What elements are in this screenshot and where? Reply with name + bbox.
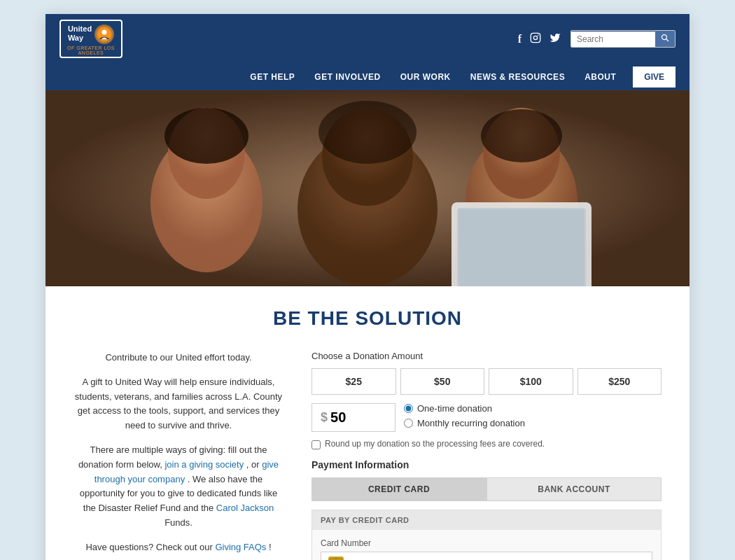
p2-end: Funds. [164, 517, 192, 528]
round-up-label: Round up my donation so the processing f… [325, 439, 545, 449]
card-number-input-row: ●●●● ●●●● ●●●● ●●●● [321, 552, 652, 560]
bank-account-tab[interactable]: BANK ACCOUNT [486, 477, 662, 501]
card-chip-icon [328, 556, 344, 560]
search-button[interactable] [655, 31, 675, 47]
svg-line-6 [666, 39, 669, 42]
credit-card-tab[interactable]: CREDIT CARD [312, 477, 486, 501]
amount-input-box: $ [312, 403, 396, 432]
logo-area: United Way of Greater Los An [59, 20, 122, 58]
page-title: BE THE SOLUTION [74, 307, 662, 330]
one-time-radio-label[interactable]: One-time donation [404, 403, 525, 414]
nav-our-work[interactable]: OUR WORK [391, 64, 461, 90]
svg-point-14 [318, 101, 416, 164]
monthly-radio-label[interactable]: Monthly recurring donation [404, 418, 525, 428]
intro-text: Contribute to our United effort today. [74, 351, 284, 365]
svg-rect-20 [458, 209, 584, 286]
amount-50-button[interactable]: $50 [400, 368, 485, 395]
card-number-label: Card Number [321, 538, 652, 548]
faq-prefix: Have questions? Check out our [85, 542, 212, 552]
amount-buttons: $25 $50 $100 $250 [312, 368, 662, 395]
cc-header: PAY BY CREDIT CARD [312, 510, 661, 530]
carol-jackson-link[interactable]: Carol Jackson [216, 503, 274, 513]
header-right: f [518, 30, 676, 48]
logo-text-united: United [68, 24, 92, 33]
content: BE THE SOLUTION Contribute to our United… [46, 286, 690, 560]
nav-links: GET HELP GET INVOLVED OUR WORK NEWS & RE… [240, 64, 676, 90]
give-button[interactable]: GIVE [633, 66, 676, 88]
credit-card-section: PAY BY CREDIT CARD Card Number [312, 510, 662, 560]
svg-point-5 [662, 35, 667, 40]
social-icons: f [518, 32, 561, 46]
logo-subtitle: of Greater Los Angeles [64, 46, 118, 55]
twitter-icon[interactable] [550, 32, 561, 46]
p2-mid: , or [246, 459, 260, 470]
amount-250-button[interactable]: $250 [578, 368, 662, 395]
nav-about[interactable]: ABOUT [575, 64, 626, 90]
monthly-label: Monthly recurring donation [417, 418, 525, 428]
body-paragraph-2: There are multiple ways of giving: fill … [74, 443, 284, 531]
faq-text: Have questions? Check out our Giving FAQ… [74, 540, 284, 555]
round-up-checkbox[interactable] [312, 440, 321, 449]
hero-image [46, 90, 690, 286]
search-box [570, 30, 676, 48]
one-time-label: One-time donation [417, 403, 492, 414]
two-column-layout: Contribute to our United effort today. A… [74, 351, 662, 560]
svg-point-1 [102, 29, 107, 34]
cc-body: Card Number ●●●● ●●●● ●●●● ●●●● [312, 530, 661, 560]
join-giving-society-link[interactable]: join a giving society [164, 459, 244, 470]
search-input[interactable] [571, 31, 655, 47]
logo-icon [94, 24, 114, 44]
nav-news-resources[interactable]: NEWS & RESOURCES [461, 64, 575, 90]
payment-tabs: CREDIT CARD BANK ACCOUNT [312, 477, 662, 501]
amount-100-button[interactable]: $100 [489, 368, 573, 395]
page-wrapper: United Way of Greater Los An [46, 14, 690, 560]
logo-text-way: Way [68, 34, 92, 42]
amount-input[interactable] [330, 410, 379, 426]
one-time-radio[interactable] [404, 404, 413, 413]
instagram-icon[interactable] [530, 32, 541, 46]
svg-point-3 [533, 36, 537, 39]
right-column: Choose a Donation Amount $25 $50 $100 $2… [312, 351, 662, 560]
left-column: Contribute to our United effort today. A… [74, 351, 284, 560]
amount-input-row: $ One-time donation Monthly recurring do… [312, 403, 662, 432]
amount-25-button[interactable]: $25 [312, 368, 396, 395]
header-top: United Way of Greater Los An [46, 14, 690, 64]
facebook-icon[interactable]: f [518, 33, 522, 46]
svg-point-11 [164, 108, 248, 164]
svg-point-17 [481, 109, 562, 162]
faq-suffix: ! [269, 542, 272, 552]
radio-group: One-time donation Monthly recurring dona… [404, 403, 525, 428]
round-up-row: Round up my donation so the processing f… [312, 439, 662, 449]
payment-section-label: Payment Information [312, 459, 662, 470]
svg-point-4 [538, 34, 539, 36]
nav-bar: GET HELP GET INVOLVED OUR WORK NEWS & RE… [46, 64, 690, 90]
monthly-radio[interactable] [404, 419, 413, 428]
donation-label: Choose a Donation Amount [312, 351, 662, 361]
nav-get-involved[interactable]: GET INVOLVED [304, 64, 390, 90]
svg-rect-2 [531, 33, 540, 42]
logo[interactable]: United Way of Greater Los An [59, 20, 122, 58]
header: United Way of Greater Los An [46, 14, 690, 90]
body-paragraph-1: A gift to United Way will help ensure in… [74, 375, 284, 433]
giving-faqs-link[interactable]: Giving FAQs [215, 542, 266, 552]
dollar-sign: $ [321, 410, 328, 425]
nav-get-help[interactable]: GET HELP [240, 64, 304, 90]
